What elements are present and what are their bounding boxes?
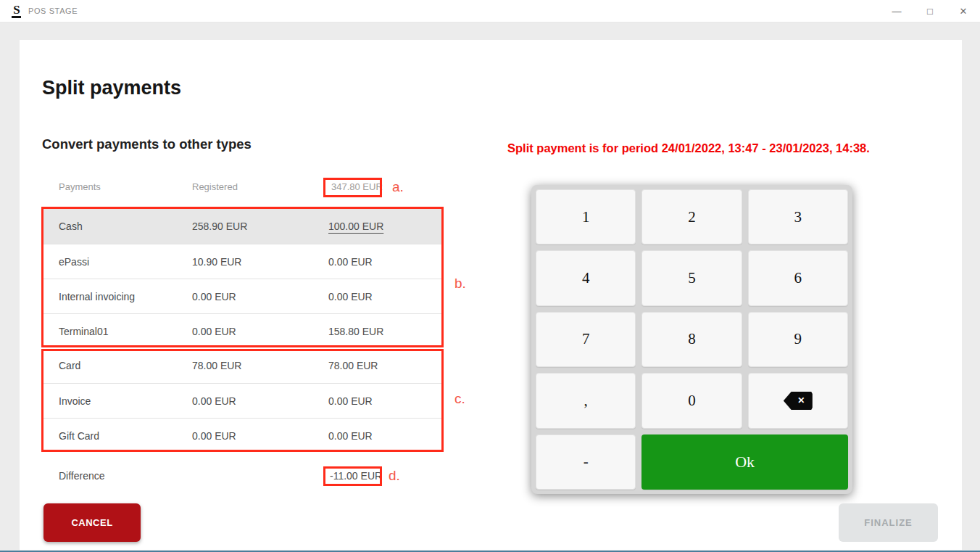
payment-name: Card <box>59 360 80 371</box>
close-button[interactable]: ✕ <box>947 0 980 22</box>
table-header: Payments Registered 347.80 EUR <box>43 178 444 197</box>
converted-amount: 0.00 EUR <box>328 291 373 302</box>
period-notice: Split payment is for period 24/01/2022, … <box>507 141 884 155</box>
payment-name: Cash <box>59 221 83 232</box>
numpad-key-8[interactable]: 8 <box>641 312 742 367</box>
numpad-key-4[interactable]: 4 <box>536 250 636 305</box>
converted-amount: 0.00 EUR <box>328 256 373 268</box>
table-row-invoice[interactable]: Invoice 0.00 EUR 0.00 EUR <box>43 383 444 418</box>
numpad-key-7[interactable]: 7 <box>536 312 636 367</box>
payment-name: Terminal01 <box>59 326 108 337</box>
numpad-key-comma[interactable]: , <box>536 373 636 428</box>
numpad-key-2[interactable]: 2 <box>641 189 742 244</box>
app-window: S POS STAGE — □ ✕ Split payments Convert… <box>0 0 980 552</box>
close-icon: ✕ <box>960 6 968 17</box>
numpad-ok-button[interactable]: Ok <box>641 434 848 490</box>
converted-amount: 0.00 EUR <box>328 430 373 442</box>
difference-row: Difference -11.00 EUR <box>43 460 444 492</box>
numpad-key-6[interactable]: 6 <box>748 250 848 305</box>
maximize-icon: □ <box>927 6 933 17</box>
table-row-terminal01[interactable]: Terminal01 0.00 EUR 158.80 EUR <box>43 313 444 348</box>
payment-name: ePassi <box>59 256 89 268</box>
window-controls: — □ ✕ <box>880 0 980 22</box>
registered-amount: 10.90 EUR <box>192 256 241 268</box>
registered-amount: 258.90 EUR <box>192 221 247 232</box>
app-title: POS STAGE <box>28 7 78 15</box>
numpad-key-9[interactable]: 9 <box>748 312 848 367</box>
titlebar: S POS STAGE — □ ✕ <box>0 0 980 22</box>
table-row-internal-invoicing[interactable]: Internal invoicing 0.00 EUR 0.00 EUR <box>43 279 444 313</box>
app-logo-icon: S <box>10 4 23 18</box>
numpad-key-3[interactable]: 3 <box>748 189 848 244</box>
numpad-key-minus[interactable]: - <box>536 434 636 490</box>
backspace-icon: ✕ <box>784 392 813 410</box>
numpad-key-1[interactable]: 1 <box>536 189 636 244</box>
payment-group-secondary: Card 78.00 EUR 78.00 EUR Invoice 0.00 EU… <box>43 348 444 453</box>
converted-amount: 78.00 EUR <box>328 360 378 371</box>
table-row-card[interactable]: Card 78.00 EUR 78.00 EUR <box>43 348 444 383</box>
column-header-registered: Registered <box>192 181 238 192</box>
table-row-cash[interactable]: Cash 258.90 EUR 100.00 EUR <box>43 209 444 244</box>
minimize-icon: — <box>892 6 902 17</box>
numpad-key-0[interactable]: 0 <box>641 373 742 428</box>
payment-name: Internal invoicing <box>59 291 135 302</box>
converted-amount-input[interactable]: 100.00 EUR <box>328 221 383 232</box>
table-row-epassi[interactable]: ePassi 10.90 EUR 0.00 EUR <box>43 244 444 279</box>
finalize-button[interactable]: FINALIZE <box>839 503 938 542</box>
registered-amount: 0.00 EUR <box>192 291 236 302</box>
column-header-payments: Payments <box>59 181 101 192</box>
minimize-button[interactable]: — <box>880 0 913 22</box>
registered-amount: 0.00 EUR <box>192 395 236 407</box>
converted-amount: 0.00 EUR <box>328 395 373 407</box>
page-title: Split payments <box>42 77 181 99</box>
section-title: Convert payments to other types <box>42 136 252 152</box>
numpad: 1 2 3 4 5 6 7 8 9 , 0 ✕ - Ok <box>531 185 852 494</box>
table-row-gift-card[interactable]: Gift Card 0.00 EUR 0.00 EUR <box>43 418 444 453</box>
payment-name: Gift Card <box>59 430 99 442</box>
difference-label: Difference <box>59 470 105 482</box>
difference-value: -11.00 EUR <box>330 470 382 482</box>
converted-amount: 158.80 EUR <box>328 326 383 337</box>
cancel-button[interactable]: CANCEL <box>43 503 141 542</box>
numpad-key-backspace[interactable]: ✕ <box>748 373 848 428</box>
registered-amount: 0.00 EUR <box>192 326 236 337</box>
maximize-button[interactable]: □ <box>913 0 947 22</box>
numpad-key-5[interactable]: 5 <box>641 250 742 305</box>
payment-group-primary: Cash 258.90 EUR 100.00 EUR ePassi 10.90 … <box>43 209 444 348</box>
registered-amount: 78.00 EUR <box>192 360 241 371</box>
registered-amount: 0.00 EUR <box>192 430 236 442</box>
total-registered-amount: 347.80 EUR <box>331 181 383 192</box>
payment-name: Invoice <box>59 395 91 407</box>
